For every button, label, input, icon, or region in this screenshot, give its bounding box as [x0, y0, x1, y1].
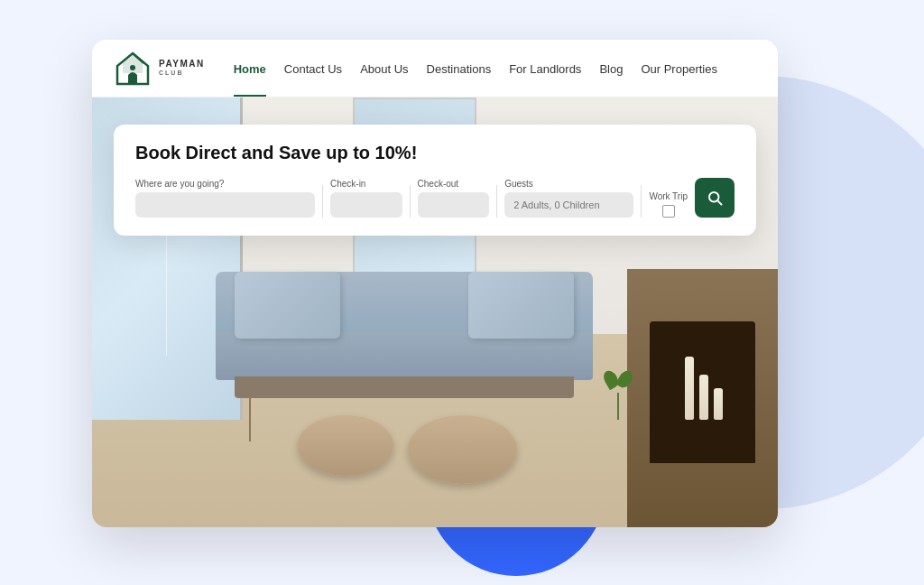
sofa-seat — [216, 332, 593, 380]
destination-input[interactable] — [135, 192, 315, 218]
nav-link-landlords[interactable]: For Landlords — [509, 62, 581, 76]
candle-decor — [685, 357, 723, 420]
work-trip-group: Work Trip — [649, 191, 688, 218]
logo-text-block: PAYMAN CLUB — [159, 59, 205, 77]
plant — [609, 375, 627, 420]
checkin-label: Check-in — [330, 179, 402, 189]
sofa — [216, 278, 593, 398]
divider-4 — [641, 185, 642, 218]
search-icon — [707, 190, 723, 206]
plant-leaves — [609, 370, 627, 397]
work-trip-label: Work Trip — [649, 191, 688, 201]
guests-label: Guests — [504, 179, 633, 189]
search-headline: Book Direct and Save up to 10%! — [135, 143, 735, 163]
nav-link-about[interactable]: About Us — [360, 62, 408, 76]
svg-point-2 — [130, 65, 135, 70]
nav-item-landlords[interactable]: For Landlords — [509, 60, 581, 77]
checkout-input[interactable] — [418, 192, 490, 218]
divider-2 — [410, 185, 411, 218]
logo-area: PAYMAN CLUB — [114, 50, 205, 88]
coffee-table-right — [408, 415, 518, 484]
destination-field-group: Where are you going? — [135, 179, 315, 218]
sofa-cushion-left — [235, 272, 340, 338]
checkout-label: Check-out — [418, 179, 490, 189]
logo-icon — [114, 50, 152, 88]
divider-1 — [322, 185, 323, 218]
candle-mid — [699, 375, 708, 420]
nav-link-blog[interactable]: Blog — [599, 62, 623, 76]
checkin-field-group: Check-in — [330, 179, 402, 218]
guests-input[interactable] — [504, 192, 633, 218]
guests-field-group: Guests — [504, 179, 633, 218]
nav-item-blog[interactable]: Blog — [599, 60, 623, 77]
checkout-field-group: Check-out — [418, 179, 490, 218]
divider-3 — [496, 185, 497, 218]
nav-item-about[interactable]: About Us — [360, 60, 408, 77]
nav-link-properties[interactable]: Our Properties — [641, 62, 717, 76]
candle-tall — [685, 357, 694, 420]
logo-name: PAYMAN — [159, 59, 205, 70]
search-button[interactable] — [695, 178, 735, 218]
nav-item-properties[interactable]: Our Properties — [641, 60, 717, 77]
hero-section: Book Direct and Save up to 10%! Where ar… — [92, 98, 778, 527]
sofa-legs — [235, 376, 574, 398]
search-overlay-card: Book Direct and Save up to 10%! Where ar… — [114, 125, 756, 236]
coffee-table-left — [298, 415, 393, 476]
logo-sub: CLUB — [159, 70, 205, 77]
search-fields: Where are you going? Check-in Check-out … — [135, 178, 735, 218]
nav-link-destinations[interactable]: Destinations — [427, 62, 492, 76]
nav-item-home[interactable]: Home — [234, 60, 266, 77]
nav-item-contact[interactable]: Contact Us — [284, 60, 342, 77]
candle-short — [714, 388, 723, 420]
sofa-cushion-right — [468, 272, 574, 338]
browser-card: PAYMAN CLUB Home Contact Us About Us Des… — [92, 40, 778, 527]
nav-link-home[interactable]: Home — [234, 62, 266, 76]
work-trip-checkbox[interactable] — [662, 205, 675, 218]
checkin-input[interactable] — [330, 192, 402, 218]
destination-label: Where are you going? — [135, 179, 315, 189]
nav-links: Home Contact Us About Us Destinations Fo… — [234, 60, 717, 77]
navbar: PAYMAN CLUB Home Contact Us About Us Des… — [92, 40, 778, 98]
nav-link-contact[interactable]: Contact Us — [284, 62, 342, 76]
svg-line-4 — [717, 200, 721, 204]
nav-item-destinations[interactable]: Destinations — [427, 60, 492, 77]
